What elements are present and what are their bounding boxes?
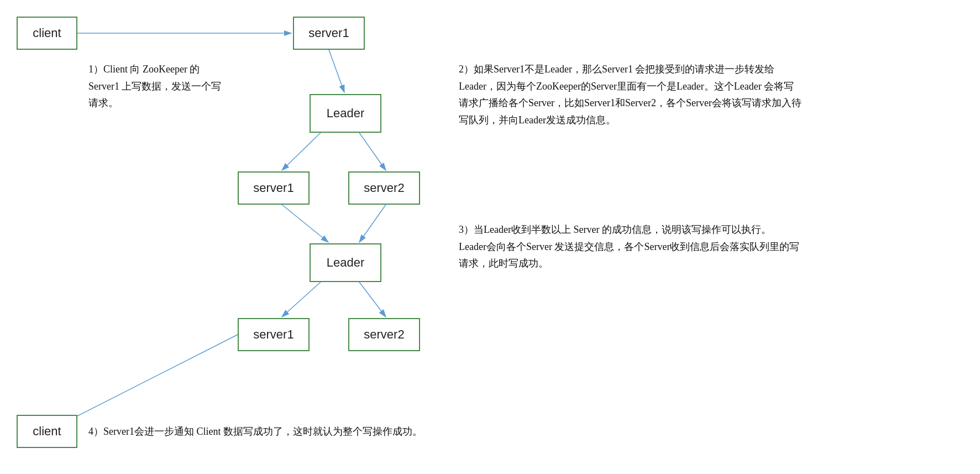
text-step1-content: 1）Client 向 ZooKeeper 的 Server1 上写数据，发送一个… bbox=[88, 64, 221, 108]
diagram: client server1 Leader server1 server2 Le… bbox=[0, 0, 980, 474]
text-step3: 3）当Leader收到半数以上 Server 的成功信息，说明该写操作可以执行。… bbox=[459, 221, 956, 272]
node-leader2: Leader bbox=[310, 243, 381, 282]
node-server1-bot-label: server1 bbox=[253, 327, 294, 342]
node-server1-bot: server1 bbox=[238, 318, 310, 351]
node-client-top: client bbox=[17, 17, 77, 50]
arrow-leader1-server2mid bbox=[359, 133, 386, 170]
node-server2-mid-label: server2 bbox=[364, 181, 404, 195]
text-step1: 1）Client 向 ZooKeeper 的 Server1 上写数据，发送一个… bbox=[88, 61, 287, 112]
node-client-bot: client bbox=[17, 415, 77, 448]
node-server2-bot-label: server2 bbox=[364, 327, 404, 342]
arrow-leader1-server1mid bbox=[282, 133, 321, 170]
text-step2-content: 2）如果Server1不是Leader，那么Server1 会把接受到的请求进一… bbox=[459, 64, 801, 126]
node-leader1: Leader bbox=[310, 94, 381, 133]
node-client-bot-label: client bbox=[33, 424, 61, 439]
text-step3-content: 3）当Leader收到半数以上 Server 的成功信息，说明该写操作可以执行。… bbox=[459, 224, 799, 269]
node-server1-mid-label: server1 bbox=[253, 181, 294, 195]
arrow-server1-leader1 bbox=[329, 50, 344, 92]
text-step4-content: 4）Server1会进一步通知 Client 数据写成功了，这时就认为整个写操作… bbox=[88, 426, 422, 437]
node-server1-top: server1 bbox=[293, 17, 365, 50]
arrow-server1mid-leader2 bbox=[282, 205, 328, 242]
node-leader2-label: Leader bbox=[327, 256, 365, 270]
node-client-top-label: client bbox=[33, 26, 61, 40]
node-leader1-label: Leader bbox=[327, 106, 365, 121]
node-server2-bot: server2 bbox=[348, 318, 420, 351]
arrow-leader2-server1bot bbox=[282, 282, 321, 317]
node-server1-mid: server1 bbox=[238, 171, 310, 205]
node-server1-top-label: server1 bbox=[308, 26, 349, 40]
text-step4: 4）Server1会进一步通知 Client 数据写成功了，这时就认为整个写操作… bbox=[88, 423, 641, 440]
arrow-server2mid-leader2 bbox=[359, 205, 386, 242]
node-server2-mid: server2 bbox=[348, 171, 420, 205]
arrow-leader2-server2bot bbox=[359, 282, 386, 317]
text-step2: 2）如果Server1不是Leader，那么Server1 会把接受到的请求进一… bbox=[459, 61, 956, 128]
